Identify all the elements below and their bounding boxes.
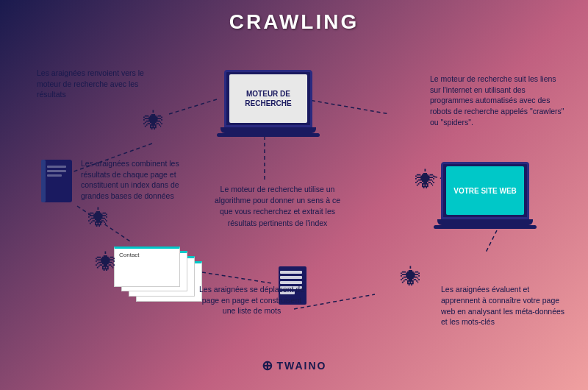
page-contact-label: Contact — [119, 252, 140, 258]
page-contact: Contact — [114, 247, 180, 287]
svg-rect-16 — [280, 271, 302, 274]
text-top-left: Les araignées renvoient vers le moteur d… — [37, 68, 151, 100]
logo-text: TWAINO — [277, 360, 327, 372]
spider-bot-right: 🕷 — [401, 265, 421, 289]
moteur-screen-inner: MOTEUR DE RECHERCHE — [229, 74, 307, 123]
text-bot-right: Les araignées évaluent et apprennent à c… — [441, 284, 570, 327]
spider-top-left: 🕷 — [143, 109, 164, 133]
site-screen-inner: VOTRE SITE WEB — [446, 166, 524, 215]
text-center: Le moteur de recherche utilise un algori… — [213, 184, 342, 229]
svg-rect-14 — [47, 174, 62, 177]
text-mid-left: Les araignées combinent les résultats de… — [81, 158, 198, 202]
page-title: CRAWLING — [0, 0, 588, 34]
svg-line-1 — [169, 99, 217, 114]
svg-rect-12 — [47, 166, 66, 168]
spider-mid-right: 🕷 — [415, 168, 436, 192]
page-wrapper: CRAWLING MOTEUR DE RECHERCHE — [0, 0, 588, 390]
laptop-moteur: MOTEUR DE RECHERCHE — [217, 70, 320, 137]
moteur-foot — [217, 133, 320, 137]
svg-rect-13 — [47, 170, 66, 172]
svg-line-5 — [202, 272, 272, 283]
spider-bot-left: 🕷 — [96, 250, 116, 274]
spider-mid-left: 🕷 — [88, 206, 109, 230]
text-bot-left: Les araignées se déplacent de page en pa… — [198, 284, 305, 316]
svg-rect-11 — [41, 160, 46, 202]
text-top-right: Le moteur de recherche suit les liens su… — [430, 74, 566, 127]
stacked-pages: Accueil À Propos Produit Contact — [114, 247, 202, 305]
moteur-screen: MOTEUR DE RECHERCHE — [224, 70, 312, 127]
book-icon — [37, 158, 77, 206]
site-base — [437, 219, 533, 225]
moteur-base — [220, 127, 316, 133]
site-label: VOTRE SITE WEB — [453, 186, 517, 196]
svg-line-7 — [485, 224, 500, 254]
svg-rect-17 — [280, 276, 302, 279]
site-screen: VOTRE SITE WEB — [441, 162, 529, 219]
moteur-label: MOTEUR DE RECHERCHE — [229, 89, 307, 108]
laptop-site: VOTRE SITE WEB — [434, 162, 537, 229]
logo-symbol: ⊕ — [262, 358, 274, 374]
site-foot — [434, 225, 537, 229]
logo: ⊕ TWAINO — [262, 358, 327, 374]
